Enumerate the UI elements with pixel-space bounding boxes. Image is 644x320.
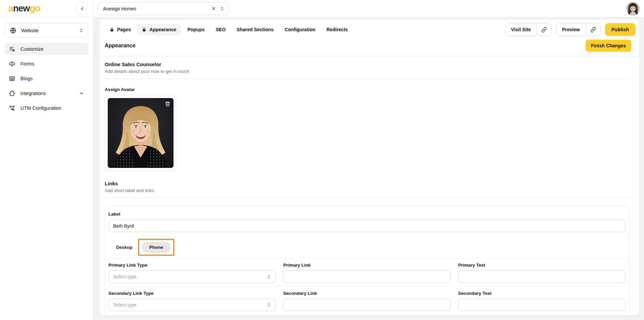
- sidebar-header: anewgo: [0, 0, 93, 17]
- sidebar-item-label: Forms: [20, 61, 34, 66]
- lock-icon: [110, 28, 114, 32]
- tab-shared-sections[interactable]: Shared Sections: [232, 24, 279, 35]
- user-avatar[interactable]: [626, 2, 640, 15]
- content-panel: Pages Appearance Popups SEO Shared Secti…: [99, 19, 640, 316]
- sidebar-item-integrations[interactable]: Integrations: [5, 87, 88, 99]
- visit-site-button[interactable]: Visit Site: [505, 24, 537, 36]
- finish-changes-button[interactable]: Finish Changes: [586, 40, 631, 52]
- primary-text-input[interactable]: [458, 270, 626, 283]
- links-form-card: Label Deskop Phone Primary Link Typ: [105, 206, 629, 315]
- page-title: Appearance: [105, 43, 136, 49]
- avatar-card[interactable]: [105, 95, 177, 171]
- logo-part: new: [13, 3, 30, 13]
- primary-fields-row: Primary Link Type Select type. Primary L…: [108, 258, 626, 286]
- tab-configuration[interactable]: Configuration: [280, 24, 320, 35]
- primary-link-type-label: Primary Link Type: [108, 263, 276, 268]
- sidebar-item-label: Integrations: [20, 91, 74, 96]
- site-select-value: Anewgo Homes: [103, 6, 208, 11]
- sidebar-item-blogs[interactable]: Blogs: [5, 72, 88, 85]
- sidebar-item-forms[interactable]: Forms: [5, 57, 88, 70]
- sidebar: anewgo Website Customize: [0, 0, 93, 320]
- secondary-text-label: Secondary Text: [458, 291, 626, 296]
- funnel-icon: [9, 105, 15, 111]
- sidebar-item-utm-configuration[interactable]: UTM Configuration: [5, 102, 88, 114]
- tab-label: Redirects: [327, 27, 348, 32]
- chevron-left-icon: [80, 6, 85, 11]
- section-title: Links: [105, 181, 629, 186]
- sidebar-item-label: Blogs: [20, 76, 33, 81]
- tab-label: Pages: [117, 27, 131, 32]
- label-field-label: Label: [108, 212, 120, 217]
- device-toggle-phone[interactable]: Phone: [142, 242, 171, 253]
- tab-label: SEO: [216, 27, 226, 32]
- page-content: Online Sales Counselor Add details about…: [99, 56, 639, 315]
- secondary-link-label: Secondary Link: [283, 291, 451, 296]
- links-section-header: Links Add short label and links: [105, 181, 629, 198]
- section-subtitle: Add short label and links: [105, 188, 629, 193]
- secondary-link-type-select[interactable]: Select type.: [108, 299, 276, 311]
- tab-popups[interactable]: Popups: [182, 24, 209, 35]
- section-subtitle: Add details about your how to get in tou…: [105, 69, 629, 74]
- customize-icon: [9, 46, 15, 52]
- chevron-down-icon: [79, 91, 84, 96]
- logo-part: a: [8, 3, 13, 13]
- website-select[interactable]: Website: [5, 23, 88, 38]
- lock-icon: [142, 28, 146, 32]
- tab-appearance[interactable]: Appearance: [137, 24, 181, 35]
- site-select[interactable]: Anewgo Homes: [98, 2, 229, 15]
- primary-link-type-select[interactable]: Select type.: [108, 270, 276, 283]
- tab-label: Appearance: [149, 27, 176, 32]
- sidebar-collapse-button[interactable]: [76, 2, 88, 15]
- secondary-text-group: Secondary Text: [458, 291, 626, 311]
- website-select-label: Website: [21, 28, 74, 33]
- sidebar-item-customize[interactable]: Customize: [5, 43, 88, 55]
- primary-link-type-group: Primary Link Type Select type.: [108, 263, 276, 283]
- tab-seo[interactable]: SEO: [211, 24, 231, 35]
- clear-icon[interactable]: [211, 6, 216, 11]
- workspace: Pages Appearance Popups SEO Shared Secti…: [93, 17, 644, 320]
- chevron-up-down-icon: [266, 302, 271, 308]
- publish-button[interactable]: Publish: [605, 23, 635, 36]
- preview-link-button[interactable]: [586, 24, 600, 36]
- chevron-up-down-icon: [219, 6, 225, 11]
- assign-avatar-label: Assign Avatar: [105, 87, 629, 92]
- sidebar-item-label: Customize: [20, 46, 44, 52]
- tab-pages[interactable]: Pages: [105, 24, 136, 35]
- primary-link-input[interactable]: [283, 270, 451, 283]
- secondary-link-type-label: Secondary Link Type: [108, 291, 276, 296]
- secondary-link-input[interactable]: [283, 299, 451, 311]
- primary-text-group: Primary Text: [458, 263, 626, 283]
- chevron-up-down-icon: [79, 28, 84, 33]
- newspaper-icon: [9, 75, 15, 82]
- preview-button[interactable]: Preview: [556, 24, 586, 36]
- tab-row: Pages Appearance Popups SEO Shared Secti…: [99, 19, 639, 36]
- visit-site-link-button[interactable]: [537, 24, 551, 36]
- logo-part: go: [30, 3, 40, 13]
- primary-link-label: Primary Link: [283, 263, 451, 268]
- section-divider: [105, 198, 629, 198]
- primary-text-label: Primary Text: [458, 263, 626, 268]
- chevron-up-down-icon: [266, 274, 271, 279]
- device-toggle-desktop[interactable]: Deskop: [116, 245, 133, 250]
- trash-icon[interactable]: [165, 101, 170, 107]
- form-input-icon: [9, 60, 15, 67]
- secondary-text-input[interactable]: [458, 299, 626, 311]
- secondary-fields-row: Secondary Link Type Select type. Seconda…: [108, 286, 626, 314]
- tab-label: Configuration: [285, 27, 315, 32]
- puzzle-icon: [9, 90, 15, 97]
- tab-redirects[interactable]: Redirects: [321, 24, 353, 35]
- main-area: Anewgo Homes: [93, 0, 644, 320]
- sidebar-item-label: UTM Configuration: [20, 105, 61, 111]
- osc-section-header: Online Sales Counselor Add details about…: [105, 61, 629, 79]
- globe-icon: [10, 27, 16, 34]
- secondary-link-group: Secondary Link: [283, 291, 451, 311]
- sidebar-body: Website Customize Forms: [0, 17, 93, 120]
- anewgo-logo: anewgo: [8, 4, 40, 13]
- preview-button-group: Preview: [556, 23, 601, 36]
- select-placeholder: Select type.: [113, 274, 138, 279]
- device-toggle-phone-wrap: Phone: [142, 242, 171, 253]
- tab-actions: Visit Site Preview: [505, 23, 635, 36]
- select-placeholder: Select type.: [113, 302, 138, 308]
- label-input[interactable]: [108, 220, 626, 232]
- section-title: Online Sales Counselor: [105, 61, 629, 67]
